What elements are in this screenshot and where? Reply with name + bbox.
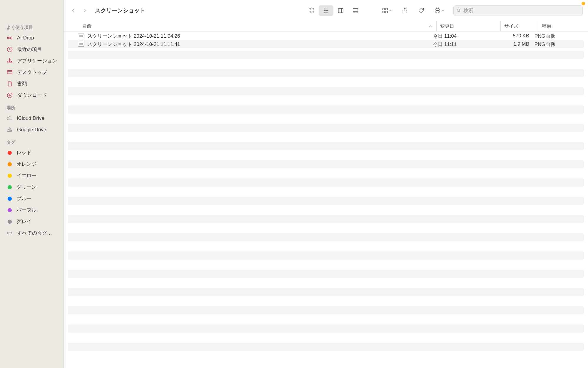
svg-rect-12 [309, 11, 311, 13]
airdrop-icon [6, 35, 13, 41]
share-button[interactable] [399, 5, 410, 16]
sidebar-item-label: 書類 [17, 80, 27, 87]
search-input[interactable] [463, 8, 579, 14]
svg-rect-26 [357, 12, 358, 13]
main-pane: スクリーンショット 名前 変更日 サイズ 種類 スクリーンショット 2024-1… [64, 0, 588, 368]
empty-stripe [68, 51, 584, 59]
svg-rect-13 [312, 11, 314, 13]
empty-stripe [68, 87, 584, 95]
sidebar-item-label: AirDrop [17, 35, 34, 41]
back-button[interactable] [69, 6, 77, 15]
sidebar-tag-item[interactable]: グリーン [0, 181, 64, 193]
tag-dot-icon [8, 208, 12, 212]
svg-point-0 [9, 37, 11, 39]
file-modified: 今日 11:04 [433, 33, 497, 39]
gdrive-icon [6, 127, 13, 133]
empty-stripe [68, 324, 584, 333]
sidebar-tag-item[interactable]: レッド [0, 147, 64, 158]
col-modified-header[interactable]: 変更日 [436, 21, 500, 32]
tag-dot-icon [8, 174, 12, 178]
file-thumbnail-icon [78, 42, 84, 47]
table-row[interactable]: スクリーンショット 2024-10-21 11.04.26今日 11:04570… [68, 32, 584, 40]
file-size: 570 KB [497, 33, 534, 39]
file-kind: PNG画像 [534, 41, 584, 48]
tag-dot-icon [8, 151, 12, 155]
file-modified: 今日 11:11 [433, 41, 497, 48]
sidebar-tag-item[interactable]: イエロー [0, 170, 64, 181]
cloud-icon [6, 115, 13, 122]
view-icons-button[interactable] [304, 5, 319, 16]
svg-line-38 [459, 11, 460, 12]
sort-indicator-icon [429, 24, 432, 29]
sidebar-tag-item[interactable]: ブルー [0, 193, 64, 204]
svg-point-18 [324, 12, 325, 13]
tag-dot-icon [8, 162, 12, 166]
forward-button[interactable] [80, 6, 88, 15]
sidebar-item-label: レッド [16, 149, 31, 156]
column-headers: 名前 変更日 サイズ 種類 [64, 21, 588, 32]
empty-stripe [68, 197, 584, 205]
sidebar-item-clock[interactable]: 最近の項目 [0, 44, 64, 55]
sidebar-tag-item[interactable]: グレイ [0, 216, 64, 227]
search-field[interactable] [453, 5, 583, 16]
empty-stripe [68, 124, 584, 132]
sidebar-item-desktop[interactable]: デスクトップ [0, 67, 64, 78]
sidebar-item-apps[interactable]: アプリケーション [0, 55, 64, 67]
svg-point-16 [324, 10, 325, 11]
sidebar-tag-item[interactable]: オレンジ [0, 158, 64, 170]
tag-button[interactable] [416, 5, 427, 16]
sidebar-item-cloud[interactable]: iCloud Drive [0, 112, 64, 124]
tag-dot-icon [8, 220, 12, 224]
empty-stripe [68, 306, 584, 314]
sidebar-item-label: オレンジ [16, 161, 36, 168]
more-actions-button[interactable] [432, 5, 446, 16]
sidebar-item-all-tags[interactable]: すべてのタグ… [0, 227, 64, 239]
toolbar: スクリーンショット [64, 0, 588, 21]
col-size-header[interactable]: サイズ [500, 21, 538, 32]
svg-rect-29 [383, 11, 385, 13]
section-tags: タグ [0, 138, 64, 147]
svg-point-37 [457, 9, 460, 11]
svg-rect-23 [353, 9, 358, 11]
svg-rect-8 [8, 232, 12, 234]
empty-stripe [68, 251, 584, 260]
all-tags-icon [6, 230, 13, 236]
sidebar-item-label: パープル [16, 207, 36, 213]
svg-point-36 [438, 10, 439, 11]
col-name-header[interactable]: 名前 [82, 23, 429, 29]
section-locations: 場所 [0, 104, 64, 112]
sidebar-item-download[interactable]: ダウンロード [0, 89, 64, 101]
sidebar-item-airdrop[interactable]: AirDrop [0, 32, 64, 44]
table-row[interactable]: スクリーンショット 2024-10-21 11.11.41今日 11:111.9… [68, 40, 584, 48]
empty-stripe [68, 233, 584, 241]
sidebar: よく使う項目 AirDrop最近の項目アプリケーションデスクトップ書類ダウンロー… [0, 0, 64, 368]
empty-stripe [68, 270, 584, 278]
svg-point-14 [324, 9, 325, 9]
window-minimize-dot[interactable] [582, 2, 585, 5]
view-mode-group [304, 5, 363, 16]
sidebar-tag-item[interactable]: パープル [0, 204, 64, 216]
svg-rect-24 [353, 12, 354, 13]
sidebar-item-label: ブルー [16, 195, 31, 202]
empty-stripes [64, 51, 588, 351]
view-list-button[interactable] [319, 5, 333, 16]
svg-point-9 [8, 233, 9, 233]
sidebar-item-doc[interactable]: 書類 [0, 78, 64, 89]
file-name: スクリーンショット 2024-10-21 11.04.26 [87, 33, 433, 39]
col-kind-header[interactable]: 種類 [538, 21, 588, 32]
view-columns-button[interactable] [333, 5, 348, 16]
empty-stripe [68, 215, 584, 223]
svg-point-34 [436, 10, 437, 11]
clock-icon [6, 46, 13, 53]
sidebar-item-gdrive[interactable]: Google Drive [0, 124, 64, 135]
svg-point-32 [422, 9, 423, 10]
svg-rect-3 [7, 70, 12, 74]
empty-stripe [68, 69, 584, 77]
svg-point-2 [9, 60, 10, 61]
svg-rect-28 [386, 8, 387, 10]
apps-icon [6, 58, 13, 64]
file-thumbnail-icon [78, 34, 84, 38]
sidebar-item-label: Google Drive [17, 127, 46, 133]
group-by-button[interactable] [380, 5, 394, 16]
view-gallery-button[interactable] [348, 5, 363, 16]
